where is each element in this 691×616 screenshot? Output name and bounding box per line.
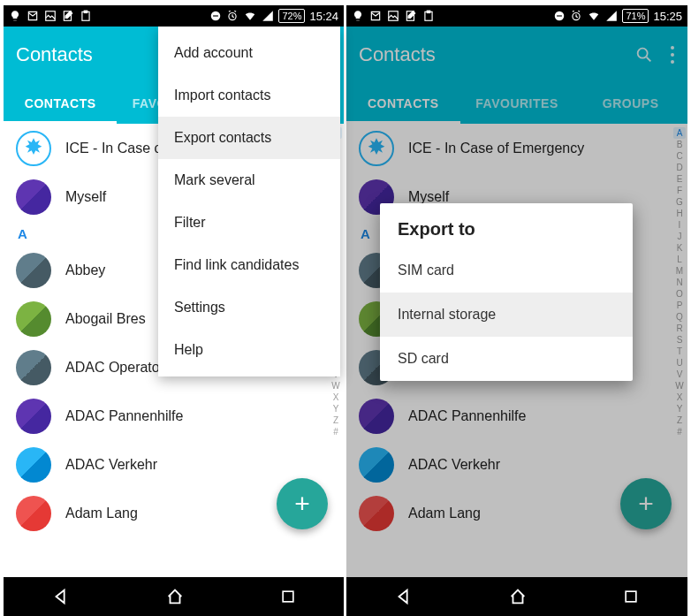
menu-item[interactable]: Help <box>158 329 340 371</box>
recents-icon[interactable] <box>279 588 297 605</box>
bulb-icon <box>352 10 364 22</box>
contact-avatar <box>16 253 51 288</box>
alpha-letter[interactable]: Y <box>330 403 342 414</box>
status-bar: 71% 15:25 <box>346 5 687 27</box>
clipboard-icon <box>422 10 435 22</box>
contact-avatar <box>16 447 51 483</box>
clock-text: 15:24 <box>309 10 338 23</box>
contact-avatar <box>16 350 51 385</box>
app-title: Contacts <box>16 43 93 66</box>
contact-avatar <box>16 179 51 215</box>
svg-rect-11 <box>283 591 293 602</box>
phone-left: 72% 15:24 Contacts CONTACTS FAVOURITES G… <box>4 0 345 616</box>
recents-icon[interactable] <box>622 588 640 605</box>
dnd-icon <box>209 10 222 22</box>
note-icon <box>405 10 417 22</box>
menu-item[interactable]: Filter <box>158 202 340 244</box>
image-icon <box>44 10 57 22</box>
battery-indicator: 72% <box>278 9 305 23</box>
contact-name: ADAC Verkehr <box>65 457 157 473</box>
contact-avatar <box>16 301 51 337</box>
mail-icon <box>27 10 39 22</box>
dialog-title: Export to <box>380 203 633 248</box>
svg-rect-15 <box>427 11 430 12</box>
menu-item[interactable]: Import contacts <box>158 74 340 117</box>
menu-item[interactable]: Mark several <box>158 159 340 202</box>
contact-name: Myself <box>65 189 106 205</box>
overflow-menu: Add accountImport contactsExport contact… <box>158 27 340 376</box>
dialog-option[interactable]: SIM card <box>380 248 633 293</box>
signal-icon <box>262 10 274 22</box>
phone-right: 71% 15:25 Contacts CONTACTS FAVOURITES G… <box>346 0 687 616</box>
image-icon <box>387 10 399 22</box>
menu-item[interactable]: Add account <box>158 32 340 74</box>
contact-name: Abogail Bres <box>65 311 146 327</box>
contact-name: ADAC Operator <box>65 360 164 376</box>
contact-avatar <box>16 496 51 531</box>
svg-rect-5 <box>214 15 219 16</box>
back-icon[interactable] <box>51 587 71 606</box>
alarm-icon <box>570 10 582 22</box>
alpha-letter[interactable]: # <box>330 426 342 437</box>
clock-text: 15:25 <box>653 10 682 23</box>
contact-avatar <box>16 399 51 434</box>
alpha-letter[interactable]: W <box>330 380 342 392</box>
dialog-option[interactable]: SD card <box>380 337 633 381</box>
menu-item[interactable]: Find link candidates <box>158 244 340 286</box>
svg-rect-23 <box>626 591 636 602</box>
signal-icon <box>605 10 618 22</box>
back-icon[interactable] <box>394 587 414 606</box>
wifi-icon <box>243 10 257 22</box>
wifi-icon <box>587 10 601 22</box>
menu-item[interactable]: Settings <box>158 286 340 329</box>
ice-icon <box>16 131 51 166</box>
svg-rect-17 <box>558 15 563 16</box>
status-bar: 72% 15:24 <box>4 5 344 27</box>
contact-name: ADAC Pannenhilfe <box>65 408 183 424</box>
dnd-icon <box>553 10 566 22</box>
fab-add-contact[interactable]: + <box>277 478 328 529</box>
svg-rect-3 <box>84 11 87 12</box>
contact-name: Adam Lang <box>65 506 138 521</box>
home-icon[interactable] <box>508 587 528 606</box>
menu-item[interactable]: Export contacts <box>158 117 340 159</box>
alarm-icon <box>226 10 239 22</box>
alpha-letter[interactable]: X <box>330 392 342 403</box>
nav-bar <box>4 577 344 616</box>
battery-indicator: 71% <box>622 9 649 23</box>
dialog-option[interactable]: Internal storage <box>380 293 633 337</box>
clipboard-icon <box>80 10 92 22</box>
export-dialog: Export toSIM cardInternal storageSD card <box>380 203 633 381</box>
nav-bar <box>346 577 687 616</box>
list-item[interactable]: ADAC Pannenhilfe <box>4 392 344 440</box>
home-icon[interactable] <box>165 587 185 606</box>
alpha-letter[interactable]: Z <box>330 414 342 426</box>
note-icon <box>62 10 74 22</box>
tab-contacts[interactable]: CONTACTS <box>4 83 117 124</box>
mail-icon <box>369 10 382 22</box>
contact-name: Abbey <box>65 262 105 278</box>
bulb-icon <box>9 10 21 22</box>
